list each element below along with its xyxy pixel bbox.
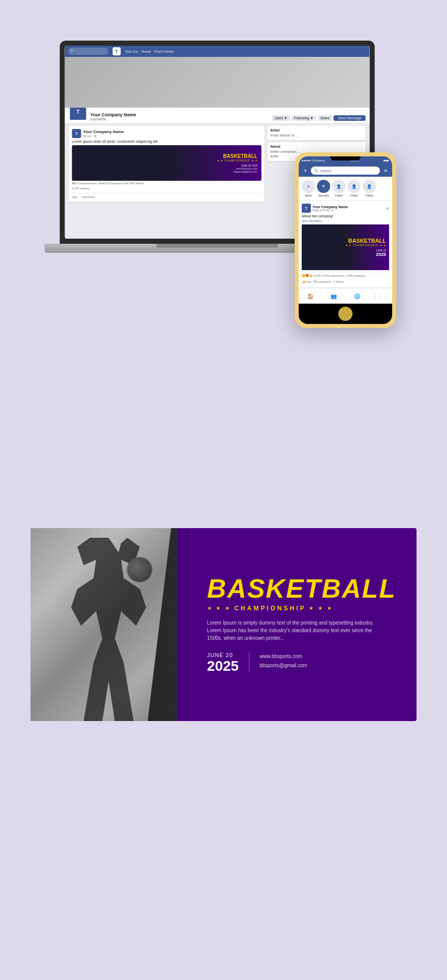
search-icon: 🔍 — [70, 49, 75, 53]
fb-profile-name-area: Your Company Name username — [90, 112, 269, 121]
phone-banner-sub: ★ ★ CHAMPIONSHIP ★ ★ — [345, 244, 386, 247]
banner-section: BASKETBALL ★ ★ ★ CHAMPIONSHIP ★ ★ ★ Lore… — [0, 498, 447, 762]
phone-notifications-icon[interactable]: 🌐 — [352, 291, 362, 301]
fb-profile-area: T Your Company Name username Liked ▼ Fol… — [65, 108, 370, 123]
basketball-banner: BASKETBALL ★ ★ ★ CHAMPIONSHIP ★ ★ ★ Lore… — [30, 528, 417, 721]
phone-add-story-icon: + — [317, 180, 330, 193]
fb-main-feed: T Your Company Name 16 hrs · ⊕ Lorem ips… — [69, 126, 265, 204]
banner-divider — [249, 652, 249, 672]
banner-date: JUNE 20 2025 — [207, 652, 239, 674]
phone-like-btn[interactable]: 👍 Like — [302, 280, 311, 283]
banner-website: www.bbsports.com — [260, 652, 307, 661]
phone-home-button[interactable] — [338, 307, 353, 321]
nav-home[interactable]: Home — [142, 50, 151, 53]
phone-carrier: ●●●●● Company — [302, 159, 325, 162]
phone-mockup: ●●●●● Company 23:45 ■■■ T 🔍 Search ✉ — [295, 152, 396, 328]
phone-search-bar[interactable]: 🔍 Search — [311, 167, 380, 175]
phone-post-banner: BASKETBALL ★ ★ CHAMPIONSHIP ★ ★ JUNE 20 … — [302, 224, 389, 270]
banner-right: BASKETBALL ★ ★ ★ CHAMPIONSHIP ★ ★ ★ Lore… — [187, 528, 417, 721]
banner-footer: JUNE 20 2025 www.bbsports.com bbsports@g… — [207, 652, 396, 674]
fb-logo: T — [113, 47, 121, 55]
phone-reactions: 🙂❤️👍 3,675 2,476 comments 1,928 sharings — [302, 272, 389, 279]
phone-friend3-label: Friend — [366, 194, 373, 197]
phone-screen: ●●●●● Company 23:45 ■■■ T 🔍 Search ✉ — [299, 156, 392, 304]
phone-menu-icon[interactable]: ⋮⋮⋮ — [375, 291, 386, 301]
fb-post: T Your Company Name 16 hrs · ⊕ Lorem ips… — [69, 126, 265, 202]
fb-sidebar-widget: Artist Invite friends to ... — [268, 126, 366, 140]
phone-bottom-nav: 🏠 👥 🌐 ⋮⋮⋮ — [299, 288, 392, 304]
fb-shares-text: 1,527 shares — [72, 186, 262, 191]
banner-date-year: 2025 — [207, 658, 239, 674]
phone-fb-logo: T — [302, 167, 309, 174]
fb-post-text: Lorem ipsum dolor sit amet, consectetur … — [72, 140, 262, 143]
phone-post-header: T Your Company Name Today at 22:45 · ⊕ ∨ — [302, 204, 389, 213]
following-button[interactable]: Following ▼ — [292, 115, 316, 121]
banner-dots-right: ★ ★ ★ — [309, 605, 333, 611]
phone-story-friend1[interactable]: 👤 Friend — [332, 180, 345, 197]
phone-your-story-label: Your story — [318, 194, 329, 197]
fb-about-title: About — [270, 145, 363, 148]
phone-share-btn[interactable]: ↗ Share — [333, 280, 344, 283]
phone-story-friend3[interactable]: 👤 Friend — [363, 180, 376, 197]
basketball-prop — [127, 557, 152, 582]
phone-friend3-avatar: 👤 — [363, 180, 376, 193]
phone-comment-btn[interactable]: 💬 Comment — [313, 280, 331, 283]
fb-banner-year: 2025 — [252, 164, 258, 167]
phone-post-text: About the company! — [302, 214, 389, 218]
banner-dots-left: ★ ★ ★ — [207, 605, 232, 611]
phone-story-yours[interactable]: + Your story — [317, 180, 330, 197]
phone-story-direct-icon: ✈ — [302, 180, 315, 193]
phone-post-avatar: T — [302, 204, 311, 213]
fb-profile-actions: Liked ▼ Following ▼ Share Send Message — [272, 115, 365, 121]
banner-contact: www.bbsports.com bbsports@gmail.com — [260, 652, 307, 670]
phone-story-direct[interactable]: ✈ Direct — [302, 180, 315, 197]
fb-username: username — [90, 117, 269, 121]
banner-subtitle-row: ★ ★ ★ CHAMPIONSHIP ★ ★ ★ — [207, 605, 396, 612]
phone-banner-title: BASKETBALL — [345, 238, 386, 244]
fb-banner-date: JUNE 20 — [241, 164, 251, 167]
fb-banner-sub: ★ ★ CHAMPIONSHIP ★ ★ — [217, 159, 258, 162]
liked-button[interactable]: Liked ▼ — [272, 115, 290, 121]
fb-post-time: 16 hrs · ⊕ — [83, 134, 124, 138]
banner-subtitle: CHAMPIONSHIP — [234, 605, 306, 612]
phone-outer: ●●●●● Company 23:45 ■■■ T 🔍 Search ✉ — [295, 152, 396, 328]
phone-friend1-label: Friend — [335, 194, 342, 197]
fb-search-bar[interactable]: 🔍 — [68, 48, 109, 55]
phone-post: T Your Company Name Today at 22:45 · ⊕ ∨… — [299, 201, 392, 288]
phone-home-icon[interactable]: 🏠 — [305, 291, 315, 301]
banner-description: Lorem Ipsum is simply dummy text of the … — [207, 619, 380, 642]
nav-company[interactable]: Your Co. — [125, 50, 139, 53]
phone-post-chevron[interactable]: ∨ — [386, 206, 389, 211]
phone-action-row: 👍 Like 💬 Comment ↗ Share — [302, 279, 389, 284]
fb-like-btn[interactable]: Like — [72, 195, 78, 199]
phone-nav: T 🔍 Search ✉ — [299, 165, 392, 177]
phone-post-time: Today at 22:45 · ⊕ — [312, 209, 385, 212]
phone-banner-year: 2025 — [376, 252, 386, 257]
phone-post-company: Your Company Name — [312, 205, 385, 209]
fb-sidebar-title: Artist — [270, 128, 363, 132]
nav-find-friends[interactable]: Find Friends — [154, 50, 174, 53]
phone-stories-row: ✈ Direct + Your story 👤 Friend 👤 — [299, 177, 392, 201]
phone-friend2-avatar: 👤 — [347, 180, 361, 193]
fb-post-actions: Like Comment — [72, 193, 262, 199]
search-icon: 🔍 — [314, 169, 318, 173]
banner-main-title: BASKETBALL — [207, 575, 396, 602]
fb-post-company: Your Company Name — [83, 129, 124, 134]
phone-friend2-label: Friend — [350, 194, 358, 197]
fb-banner-email: bbsports@gmail.com — [217, 170, 258, 173]
send-message-button[interactable]: Send Message — [334, 115, 366, 121]
phone-search-text: Search — [320, 169, 331, 173]
fb-cover-photo — [65, 57, 370, 108]
fb-post-header: T Your Company Name 16 hrs · ⊕ — [72, 129, 262, 138]
share-button[interactable]: Share — [317, 115, 332, 121]
phone-notch — [330, 156, 361, 160]
phone-see-translation[interactable]: See translation — [302, 219, 389, 222]
phone-messenger-icon[interactable]: ✉ — [382, 167, 389, 174]
banner-date-label: JUNE 20 — [207, 652, 239, 658]
banner-left — [30, 528, 187, 721]
phone-story-friend2[interactable]: 👤 Friend — [347, 180, 361, 197]
fb-post-avatar: T — [72, 129, 81, 138]
fb-comment-btn[interactable]: Comment — [82, 195, 95, 199]
fb-company-name: Your Company Name — [90, 112, 269, 117]
phone-friends-icon[interactable]: 👥 — [329, 291, 339, 301]
